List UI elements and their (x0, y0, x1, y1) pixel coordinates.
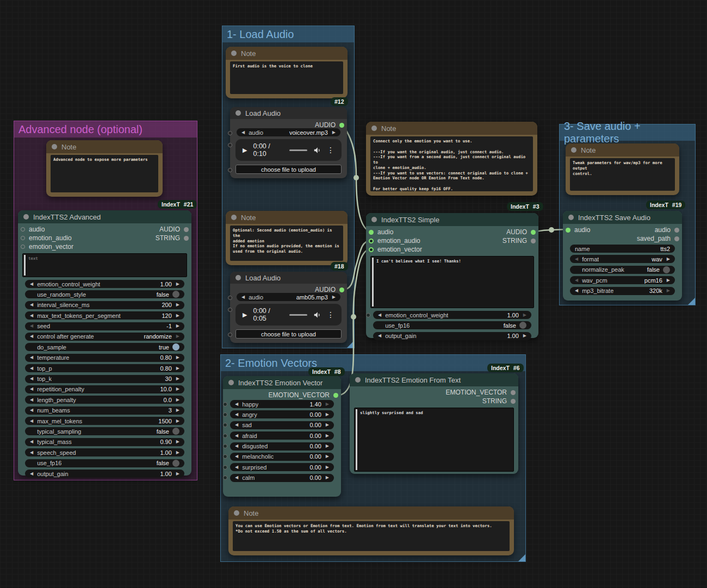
collapse-dot-icon[interactable] (228, 380, 234, 385)
group-title[interactable]: 2- Emotion Vectors (221, 355, 525, 371)
collapse-dot-icon[interactable] (371, 217, 377, 222)
text-input[interactable]: I can't believe what I see! Thanks! (370, 256, 534, 308)
widget-row[interactable]: ◀ control after generate randomize ▶ (25, 333, 184, 341)
group-resize-handle[interactable] (518, 554, 525, 561)
input-slot[interactable]: emotion_vector (369, 245, 422, 254)
decrement-arrow-icon[interactable]: ◀ (235, 434, 238, 438)
widget-row[interactable]: ◀ use_random_style false ▶ (25, 290, 184, 298)
increment-arrow-icon[interactable]: ▶ (176, 303, 179, 307)
slot-dot-icon[interactable] (369, 247, 374, 252)
collapse-dot-icon[interactable] (231, 51, 237, 56)
widget-row[interactable]: ◀ speech_speed 1.00 ▶ (25, 448, 184, 456)
increment-arrow-icon[interactable]: ▶ (667, 289, 670, 293)
widget-input-slot[interactable] (223, 412, 227, 417)
output-slot[interactable]: AUDIO (156, 225, 189, 234)
text-input[interactable]: slightly surprised and sad (354, 408, 514, 472)
output-slot[interactable]: STRING (446, 397, 516, 405)
toggle-knob-icon[interactable] (172, 460, 179, 467)
note-node-save[interactable]: Note Tweak parameters for wav/mp3 for mo… (566, 143, 679, 195)
node-load-audio-1[interactable]: Load Audio AUDIO ◀ audio voiceover.mp3 ▶… (230, 107, 347, 178)
widget-row[interactable]: ◀ num_beams 3 ▶ (25, 406, 184, 415)
widget-row[interactable]: ◀ output_gain 1.00 ▶ (25, 470, 184, 478)
toggle-knob-icon[interactable] (519, 322, 526, 329)
widget-input-slot[interactable] (228, 168, 232, 172)
decrement-arrow-icon[interactable]: ◀ (30, 303, 33, 307)
widget-row[interactable]: ◀ repetition_penalty 10.0 ▶ (25, 385, 184, 393)
slot-dot-icon[interactable] (531, 239, 536, 243)
prev-arrow-icon[interactable]: ◀ (241, 130, 245, 135)
widget-row[interactable]: ◀ mp3_bitrate 320k ▶ (570, 287, 675, 295)
collapse-dot-icon[interactable] (234, 510, 239, 516)
node-graph-canvas[interactable]: Advanced node (optional) 1- Load Audio 2… (0, 0, 707, 588)
increment-arrow-icon[interactable]: ▶ (523, 334, 526, 338)
widget-input-slot[interactable] (223, 465, 227, 470)
note-text[interactable]: First audio is the voice to clone (230, 61, 343, 94)
increment-arrow-icon[interactable]: ▶ (176, 398, 179, 402)
note-text[interactable]: Advanced node to expose more parameters (51, 155, 158, 192)
collapse-dot-icon[interactable] (52, 144, 57, 149)
collapse-dot-icon[interactable] (355, 377, 361, 383)
output-slot[interactable]: STRING (503, 236, 536, 245)
note-node-vectors[interactable]: Note You can use Emotion vectors or Emot… (228, 506, 514, 555)
widget-input-slot[interactable] (223, 454, 227, 459)
collapse-dot-icon[interactable] (571, 147, 576, 153)
slot-dot-icon[interactable] (339, 123, 344, 128)
player-progress-bar[interactable] (289, 314, 308, 316)
increment-arrow-icon[interactable]: ▶ (176, 451, 179, 455)
note-text[interactable]: You can use Emotion vectors or Emotion f… (233, 521, 510, 551)
collapse-dot-icon[interactable] (23, 214, 29, 220)
node-header[interactable]: IndexTTS2 Save Audio (563, 211, 682, 224)
decrement-arrow-icon[interactable]: ◀ (30, 377, 33, 381)
node-indextts2-simple[interactable]: IndexTTS2 Simple audioemotion_audioemoti… (366, 213, 538, 338)
widget-row[interactable]: ◀ temperature 0.80 ▶ (25, 354, 184, 362)
widget-input-slot[interactable] (223, 434, 227, 438)
decrement-arrow-icon[interactable]: ◀ (575, 278, 578, 283)
widget-row[interactable]: ◀ top_k 30 ▶ (25, 375, 184, 383)
group-resize-handle[interactable] (688, 298, 695, 305)
widget-row[interactable]: ◀ emotion_control_weight 1.00 ▶ (373, 311, 531, 319)
increment-arrow-icon[interactable]: ▶ (176, 324, 179, 328)
increment-arrow-icon[interactable]: ▶ (326, 444, 329, 448)
widget-row[interactable]: ◀ afraid 0.00 ▶ (230, 431, 334, 440)
group-resize-handle[interactable] (347, 341, 354, 348)
audio-file-combo[interactable]: ◀ audio amb05.mp3 ▶ (237, 293, 340, 301)
output-slot[interactable]: saved_path (637, 234, 679, 243)
slot-dot-icon[interactable] (184, 236, 189, 241)
increment-arrow-icon[interactable]: ▶ (326, 465, 329, 470)
node-load-audio-2[interactable]: Load Audio AUDIO ◀ audio amb05.mp3 ▶ ▶ 0… (230, 272, 347, 343)
slot-dot-icon[interactable] (369, 230, 374, 235)
decrement-arrow-icon[interactable]: ◀ (235, 454, 238, 459)
widget-row[interactable]: ◀ format wav ▶ (570, 255, 675, 263)
decrement-arrow-icon[interactable]: ◀ (378, 334, 381, 338)
slot-dot-icon[interactable] (511, 399, 516, 404)
decrement-arrow-icon[interactable]: ◀ (575, 257, 578, 261)
decrement-arrow-icon[interactable]: ◀ (30, 451, 33, 455)
note-text[interactable]: Optional: Second audio (emotion_audio) i… (230, 226, 343, 261)
note-header[interactable]: Note (46, 140, 163, 153)
output-slot[interactable]: EMOTION_VECTOR (269, 391, 338, 399)
widget-row[interactable]: ◀ melancholic 0.00 ▶ (230, 453, 334, 461)
decrement-arrow-icon[interactable]: ◀ (30, 472, 33, 476)
widget-row[interactable]: ◀ disgusted 0.00 ▶ (230, 442, 334, 451)
slot-dot-icon[interactable] (21, 245, 25, 249)
widget-row[interactable]: ◀ calm 0.00 ▶ (230, 474, 334, 482)
collapse-dot-icon[interactable] (568, 215, 574, 220)
audio-player[interactable]: ▶ 0:00 / 0:10 ⋮ (235, 139, 342, 161)
decrement-arrow-icon[interactable]: ◀ (235, 402, 238, 406)
player-progress-bar[interactable] (289, 149, 308, 151)
group-title[interactable]: 3- Save audio + parameters (560, 124, 695, 141)
widget-row[interactable]: ◀ length_penalty 0.0 ▶ (25, 396, 184, 404)
widget-input-slot[interactable] (228, 333, 232, 337)
widget-input-slot[interactable] (223, 423, 227, 427)
speaker-icon[interactable] (313, 311, 321, 319)
output-slot[interactable]: STRING (156, 234, 189, 242)
speaker-icon[interactable] (313, 146, 321, 154)
decrement-arrow-icon[interactable]: ◀ (575, 289, 578, 293)
input-slot[interactable]: audio (566, 226, 590, 234)
widget-input-slot[interactable] (366, 313, 370, 317)
slot-dot-icon[interactable] (333, 393, 338, 398)
widget-row[interactable]: ◀ emotion_control_weight 1.00 ▶ (25, 280, 184, 288)
play-icon[interactable]: ▶ (243, 311, 247, 318)
widget-input-slot[interactable] (228, 296, 232, 300)
increment-arrow-icon[interactable]: ▶ (176, 387, 179, 391)
